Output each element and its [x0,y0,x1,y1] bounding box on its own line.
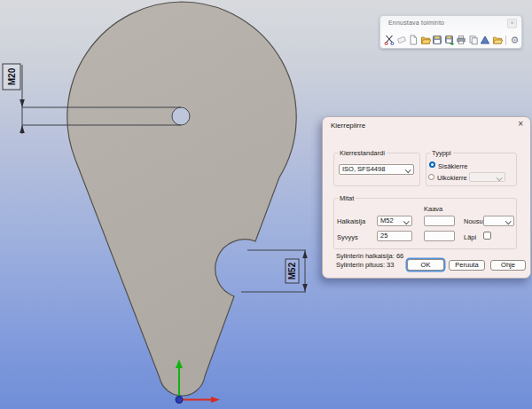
through-checkbox[interactable] [483,232,491,240]
copy-icon-glyph [468,35,479,45]
external-thread-combobox[interactable] [469,172,505,182]
depth-formula-input[interactable] [424,231,455,241]
folder-icon[interactable] [492,35,503,45]
dimension-m52: M52 [241,250,308,292]
cad-viewport: M20 M52 Ennustava toiminto × [0,0,532,409]
thread-standard-combobox[interactable]: ISO, SFS4498 [339,164,414,175]
formula-column-label: Kaava [424,205,442,213]
eraser-icon[interactable] [396,35,407,45]
dim-m20-label[interactable]: M20 [7,67,17,85]
chevron-down-icon [405,167,411,172]
new-document-icon[interactable] [408,35,419,45]
internal-thread-radio[interactable] [429,161,435,168]
dimensions-group-label: Mitat [338,194,356,202]
cylinder-length-info: Sylinterin pituus: 33 [336,261,394,269]
ok-button[interactable]: OK [407,259,444,271]
triangle-icon[interactable] [480,35,490,45]
part-body[interactable] [67,2,296,396]
depth-label: Syvyys [337,233,358,241]
save-as-icon-glyph [444,35,455,45]
copy-icon[interactable] [468,35,479,45]
thread-hole[interactable] [172,107,190,125]
dim-m20-arrow-up [20,125,25,133]
new-document-icon-glyph [408,35,419,45]
gear-icon: ⚙ [511,35,520,45]
print-icon-glyph [456,35,466,45]
pitch-label: Nousu [464,217,483,225]
dialog-close-button[interactable]: × [518,119,523,130]
chevron-down-icon [505,218,511,224]
eraser-icon-glyph [396,35,407,45]
settings-gear-icon[interactable]: ⚙ [510,35,520,45]
print-icon[interactable] [456,35,466,45]
scissors-icon[interactable] [384,35,395,45]
through-label: Läpi [464,233,476,241]
toolbar-title: Ennustava toiminto [388,20,444,26]
thread-feature-dialog: Kierrepiirre × Kierrestandardi ISO, SFS4… [322,116,531,279]
scissors-icon-glyph [384,35,395,45]
thread-standard-value: ISO, SFS4498 [342,165,385,173]
diameter-label: Halkaisija [337,217,365,225]
dim-m20-arrow-down [20,99,25,107]
diameter-combobox[interactable]: M52 [377,216,412,226]
chevron-down-icon [403,218,409,224]
toolbar-close-button[interactable]: × [507,19,517,28]
thread-type-group-label: Tyyppi [430,149,453,157]
toolbar-icon-row: ⚙ [384,35,520,45]
folder-icon-glyph [492,35,503,45]
dim-m52-arrow-down [302,284,308,292]
open-folder-icon-glyph [420,35,431,45]
diameter-formula-input[interactable] [424,216,455,226]
external-thread-radio[interactable] [428,174,434,180]
external-thread-radio-label: Ulkokierre [437,174,467,182]
origin-point [176,397,183,404]
save-as-icon[interactable] [444,35,455,45]
cancel-button[interactable]: Peruuta [449,260,485,271]
toolbar-separator [505,35,506,45]
depth-input[interactable]: 25 [377,231,412,241]
pitch-combobox[interactable] [483,216,514,226]
dim-m52-arrow-up [302,251,308,259]
depth-value: 25 [380,232,387,240]
diameter-value: M52 [380,216,394,224]
dialog-title: Kierrepiirre [331,122,365,130]
thread-standard-group-label: Kierrestandardi [338,149,387,157]
cylinder-diameter-info: Sylinterin halkaisija: 66 [336,252,403,260]
internal-thread-radio-label: Sisäkierre [438,162,467,170]
triangle-icon-glyph [480,35,490,45]
dim-m52-label[interactable]: M52 [287,262,297,279]
save-icon-glyph [432,35,442,45]
predictive-action-toolbar: Ennustava toiminto × [379,15,522,49]
chevron-down-icon [497,175,502,180]
save-icon[interactable] [432,35,442,45]
open-folder-icon[interactable] [420,35,431,45]
help-button[interactable]: Ohje [490,260,526,271]
x-axis-arrow [211,397,220,403]
